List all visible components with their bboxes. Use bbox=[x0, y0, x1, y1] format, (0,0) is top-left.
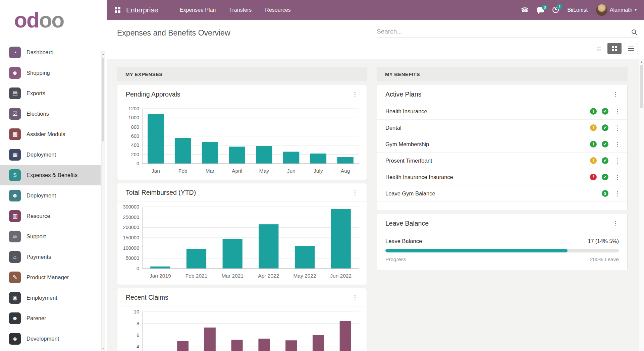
sidebar-item-label: Deployment bbox=[26, 192, 56, 199]
logo-text-primary: od bbox=[14, 8, 39, 32]
sidebar-item-deployment[interactable]: ▦Deployment bbox=[0, 144, 101, 165]
sidebar-item-support[interactable]: ☺Support bbox=[0, 226, 101, 247]
messages-badge: 0 bbox=[542, 5, 547, 10]
svg-text:Jun: Jun bbox=[287, 168, 296, 174]
search-input[interactable] bbox=[377, 28, 632, 35]
kanban-grid-icon bbox=[612, 46, 617, 51]
activities-button[interactable]: 1 bbox=[552, 7, 559, 13]
scroll-up-icon[interactable]: ▲ bbox=[102, 53, 104, 55]
product-manager-icon: ✎ bbox=[9, 272, 21, 283]
status-green-dollar-icon: $ bbox=[602, 190, 608, 197]
elections-icon: ☑ bbox=[9, 108, 21, 120]
svg-text:1200: 1200 bbox=[128, 106, 139, 111]
svg-text:6: 6 bbox=[137, 333, 139, 338]
kanban-view-button[interactable] bbox=[607, 43, 622, 54]
sidebar-item-development[interactable]: ◈Development bbox=[0, 329, 101, 349]
svg-text:4: 4 bbox=[137, 344, 139, 349]
user-menu[interactable]: Alanmath ▾ bbox=[596, 4, 637, 16]
content-scrollbar-thumb[interactable] bbox=[640, 65, 643, 108]
sidebar-item-expenses-benefits[interactable]: $Expenses & Benefits bbox=[0, 165, 101, 185]
kebab-menu-icon[interactable]: ⋮ bbox=[613, 158, 622, 164]
company-menu[interactable]: BiiLonist bbox=[567, 7, 587, 13]
svg-text:400: 400 bbox=[131, 142, 139, 148]
apps-grid-icon[interactable] bbox=[115, 7, 120, 13]
plan-row-prosent-timerfoant[interactable]: Prosent Timerfoant!✔⋮ bbox=[377, 153, 627, 169]
kebab-menu-icon[interactable]: ⋮ bbox=[351, 294, 359, 301]
svg-text:May: May bbox=[259, 168, 269, 174]
pending-approvals-chart: 020040060080010001200JanFebMarAprilMayJu… bbox=[119, 105, 364, 178]
scroll-down-icon[interactable]: ▼ bbox=[102, 347, 104, 350]
sidebar-item-product-manager[interactable]: ✎Product Manager bbox=[0, 267, 101, 288]
kebab-menu-icon[interactable]: ⋮ bbox=[613, 174, 622, 180]
progress-label: Progress bbox=[385, 256, 406, 262]
sidebar-scrollbar[interactable]: ▲ ▼ bbox=[101, 51, 105, 351]
sidebar-scrollbar-thumb[interactable] bbox=[102, 58, 104, 141]
leave-balance-value: 17 (14% 5%) bbox=[588, 238, 619, 244]
kebab-menu-icon[interactable]: ⋮ bbox=[613, 108, 622, 115]
messages-button[interactable]: 0 bbox=[537, 7, 544, 12]
scroll-up-icon[interactable]: ▲ bbox=[640, 60, 643, 63]
sidebar-item-elections[interactable]: ☑Elections bbox=[0, 104, 101, 124]
kebab-menu-icon[interactable]: ⋮ bbox=[611, 91, 620, 98]
sidebar-item-label: Dashboard bbox=[26, 49, 54, 56]
svg-text:150000: 150000 bbox=[123, 235, 139, 240]
list-view-button[interactable] bbox=[624, 43, 638, 54]
kebab-menu-icon[interactable]: ⋮ bbox=[613, 190, 622, 197]
sidebar-item-assisler-moduls[interactable]: ▩Assisler Moduls bbox=[0, 124, 101, 144]
svg-text:200000: 200000 bbox=[123, 225, 139, 230]
svg-text:May 2022: May 2022 bbox=[293, 273, 316, 279]
resource-icon: ▥ bbox=[9, 210, 21, 222]
deployment-2-icon: ☻ bbox=[9, 190, 21, 201]
svg-text:Feb: Feb bbox=[178, 168, 187, 174]
plan-row-dental[interactable]: Dental!✔⋮ bbox=[377, 120, 627, 136]
exports-icon: ▤ bbox=[9, 87, 21, 99]
sidebar-item-shopping[interactable]: ☻Shopping bbox=[0, 63, 101, 83]
sidebar-item-employment[interactable]: ◉Employment bbox=[0, 288, 101, 308]
sidebar-item-deployment[interactable]: ☻Deployment bbox=[0, 185, 101, 206]
app-title[interactable]: Enterprise bbox=[126, 6, 158, 14]
odoo-logo: odoo bbox=[0, 0, 107, 41]
kebab-menu-icon[interactable]: ⋮ bbox=[613, 125, 622, 131]
card-leave-balance: Leave Balance ⋮ Leave Balance 17 (14% 5%… bbox=[377, 214, 628, 270]
sidebar-item-dashboard[interactable]: ◔Dashboard bbox=[0, 42, 101, 63]
plan-row-leave-gym-balance[interactable]: Leave Gym Balance$⋮ bbox=[377, 185, 627, 202]
active-plans-list: Health Insurancei✔⋮Dental!✔⋮Gym Membersh… bbox=[377, 103, 627, 202]
topnav-resources[interactable]: Resources bbox=[265, 7, 290, 13]
svg-text:800: 800 bbox=[131, 124, 139, 130]
topbar-nav: Expensee PlanTransfersResources bbox=[180, 7, 291, 13]
card-active-plans: Active Plans ⋮ Health Insurancei✔⋮Dental… bbox=[377, 85, 628, 211]
dashboard-content: MY EXPENSES Pending Approvals ⋮ 02004006… bbox=[107, 59, 644, 351]
topnav-expensee-plan[interactable]: Expensee Plan bbox=[180, 7, 216, 13]
topnav-transfers[interactable]: Transfers bbox=[229, 7, 252, 13]
content-scrollbar[interactable]: ▲ bbox=[639, 59, 644, 351]
sidebar-item-resource[interactable]: ▥Resource bbox=[0, 206, 101, 226]
plan-row-gym-membership[interactable]: Gym Membershipi✔⋮ bbox=[377, 136, 627, 153]
plan-row-health-insurance-insurance[interactable]: Health Insurance Insurance!✔⋮ bbox=[377, 169, 627, 185]
search-icon[interactable] bbox=[632, 30, 636, 34]
sidebar-item-label: Parener bbox=[26, 315, 46, 321]
support-icon: ☺ bbox=[9, 231, 21, 242]
phone-button[interactable]: ☎ bbox=[521, 7, 529, 13]
sidebar-item-exports[interactable]: ▤Exports bbox=[0, 83, 101, 104]
dots-grid-icon bbox=[597, 47, 601, 51]
kebab-menu-icon[interactable]: ⋮ bbox=[613, 141, 622, 148]
recent-claims-chart: 0246810 bbox=[119, 308, 364, 351]
card-pending-approvals: Pending Approvals ⋮ 02004006008001000120… bbox=[117, 85, 367, 180]
plan-label: Health Insurance Insurance bbox=[385, 174, 453, 180]
section-title: MY EXPENSES bbox=[125, 71, 163, 77]
leave-progress-bar bbox=[385, 249, 619, 252]
card-title: Total Reimbursed (YTD) bbox=[126, 189, 196, 196]
payments-icon: ⌂ bbox=[9, 251, 21, 263]
modules-icon: ▩ bbox=[9, 128, 21, 140]
plan-row-health-insurance[interactable]: Health Insurancei✔⋮ bbox=[377, 103, 627, 120]
sidebar-item-payments[interactable]: ⌂Payments bbox=[0, 247, 101, 267]
leave-percent-label: 200% Leave bbox=[590, 256, 619, 262]
svg-text:Feb 2021: Feb 2021 bbox=[185, 273, 208, 279]
parener-icon: ☻ bbox=[9, 312, 21, 324]
sidebar-item-parener[interactable]: ☻Parener bbox=[0, 308, 101, 329]
section-header-my-expenses: MY EXPENSES bbox=[117, 67, 367, 81]
kebab-menu-icon[interactable]: ⋮ bbox=[351, 91, 359, 98]
kebab-menu-icon[interactable]: ⋮ bbox=[351, 189, 359, 196]
sidebar-item-label: Support bbox=[26, 233, 46, 240]
kebab-menu-icon[interactable]: ⋮ bbox=[611, 220, 620, 227]
